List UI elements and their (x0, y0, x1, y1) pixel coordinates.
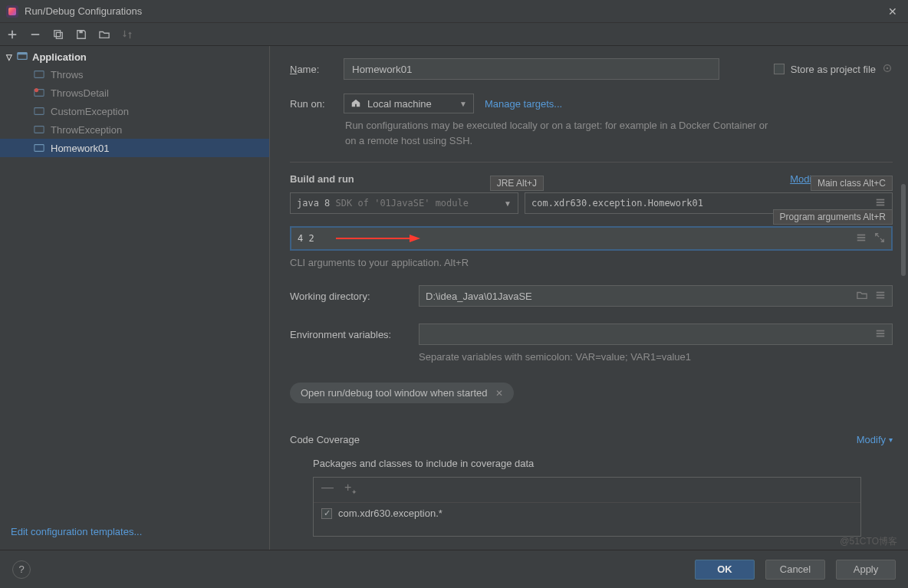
tree-item-homework01[interactable]: Homework01 (0, 139, 269, 157)
coverage-item-checkbox[interactable]: ✓ (321, 508, 332, 519)
svg-rect-25 (877, 330, 885, 331)
svg-rect-24 (877, 297, 885, 298)
coverage-subtitle: Packages and classes to include in cover… (313, 458, 893, 469)
close-icon[interactable]: ✕ (495, 388, 503, 399)
tree-item-label: Homework01 (51, 143, 110, 154)
coverage-modify-link[interactable]: Modify ▾ (857, 434, 893, 445)
apply-button[interactable]: Apply (836, 560, 896, 580)
add-config-button[interactable] (6, 28, 18, 41)
program-args-value: 4 2 (298, 233, 314, 244)
svg-rect-27 (877, 335, 885, 337)
svg-rect-19 (857, 239, 866, 241)
chevron-down-icon: ▼ (504, 199, 512, 208)
expand-icon[interactable] (874, 232, 885, 245)
run-config-icon (34, 106, 44, 117)
runon-target-value: Local machine (367, 98, 432, 110)
working-dir-label: Working directory: (290, 291, 405, 302)
list-icon[interactable] (875, 290, 886, 303)
svg-rect-16 (877, 204, 885, 205)
svg-rect-3 (79, 30, 82, 33)
svg-rect-22 (877, 291, 885, 293)
edit-templates-link-wrap: Edit configuration templates... (0, 518, 269, 550)
svg-rect-0 (31, 34, 40, 35)
dialog-button-bar: ? OK Cancel Apply (0, 550, 908, 588)
open-tool-window-chip[interactable]: Open run/debug tool window when started … (290, 383, 514, 403)
coverage-list: — +✦ ✓ com.xdr630.exception.* (313, 477, 861, 537)
coverage-title: Code Coverage (290, 434, 360, 445)
folder-icon[interactable] (857, 290, 867, 303)
chevron-down-icon: ▼ (459, 100, 467, 108)
tree-root-label: Application (32, 51, 87, 63)
run-config-error-icon (34, 87, 44, 98)
env-input[interactable] (419, 324, 893, 345)
sdk-select[interactable]: java 8 SDK of '01JavaSE' module ▼ (290, 192, 518, 214)
svg-rect-6 (35, 71, 44, 78)
list-icon[interactable] (856, 232, 867, 245)
chevron-down-icon: ▽ (6, 53, 12, 61)
env-label: Environment variables: (290, 329, 405, 340)
save-config-button[interactable] (75, 28, 87, 41)
svg-rect-26 (877, 333, 885, 334)
runon-target-combo[interactable]: Local machine ▼ (344, 94, 474, 113)
config-content: Name: Store as project file Run on: Loca (270, 46, 908, 550)
app-icon (6, 5, 18, 18)
build-run-title: Build and run (290, 173, 354, 185)
tree-item-customexception[interactable]: CustomException (0, 102, 269, 120)
run-config-icon (34, 143, 44, 153)
cancel-button[interactable]: Cancel (765, 560, 825, 580)
svg-rect-14 (877, 199, 885, 200)
copy-config-button[interactable] (52, 28, 64, 41)
store-checkbox[interactable] (774, 64, 785, 74)
tree-item-label: ThrowsDetail (51, 87, 109, 99)
svg-rect-5 (18, 53, 27, 55)
svg-rect-18 (857, 237, 866, 238)
manage-targets-link[interactable]: Manage targets... (485, 98, 562, 110)
tree-item-label: ThrowException (51, 124, 122, 136)
coverage-item-label: com.xdr630.exception.* (338, 508, 442, 519)
window-title: Run/Debug Configurations (25, 5, 883, 17)
svg-rect-11 (35, 145, 44, 152)
runon-label: Run on: (290, 98, 333, 110)
tree-item-label: CustomException (51, 106, 129, 117)
coverage-item[interactable]: ✓ com.xdr630.exception.* (314, 503, 860, 524)
home-icon (350, 97, 361, 110)
add-button[interactable]: +✦ (344, 482, 357, 498)
program-args-input[interactable]: 4 2 (290, 226, 893, 251)
tree-item-throws[interactable]: Throws (0, 65, 269, 84)
svg-rect-17 (857, 234, 866, 235)
ok-button[interactable]: OK (695, 560, 755, 580)
list-icon[interactable] (875, 330, 886, 341)
remove-config-button[interactable] (29, 28, 41, 41)
sort-config-button[interactable] (121, 28, 133, 41)
tree-root-application[interactable]: ▽ Application (0, 49, 269, 65)
mainclass-hint-tag: Main class Alt+C (811, 176, 893, 191)
run-config-icon (34, 69, 44, 80)
list-icon[interactable] (875, 197, 886, 210)
cli-hint: CLI arguments to your application. Alt+R (290, 257, 893, 268)
svg-rect-23 (877, 294, 885, 296)
tree-item-label: Throws (51, 69, 84, 80)
remove-button[interactable]: — (321, 482, 334, 498)
name-label: Name: (290, 64, 333, 75)
close-icon[interactable]: ✕ (883, 5, 902, 18)
tree-item-throwexception[interactable]: ThrowException (0, 120, 269, 139)
svg-rect-9 (35, 108, 44, 115)
tree-item-throwsdetail[interactable]: ThrowsDetail (0, 84, 269, 102)
main-class-value: com.xdr630.exception.Homework01 (531, 198, 703, 209)
svg-point-8 (35, 88, 38, 92)
gear-icon[interactable] (882, 63, 893, 76)
name-input[interactable] (344, 58, 719, 80)
config-toolbar (0, 23, 908, 46)
edit-templates-link[interactable]: Edit configuration templates... (11, 526, 142, 537)
help-button[interactable]: ? (12, 560, 31, 579)
svg-point-13 (887, 67, 889, 69)
scrollbar-thumb[interactable] (901, 184, 906, 276)
svg-rect-15 (877, 202, 885, 203)
store-label: Store as project file (791, 64, 876, 75)
working-dir-input[interactable]: D:\idea_Java\01JavaSE (419, 285, 893, 307)
progargs-hint-tag: Program arguments Alt+R (773, 209, 893, 225)
title-bar: Run/Debug Configurations ✕ (0, 0, 908, 23)
working-dir-value: D:\idea_Java\01JavaSE (426, 291, 532, 302)
folder-config-button[interactable] (98, 28, 110, 41)
chevron-down-icon: ▾ (889, 435, 893, 444)
